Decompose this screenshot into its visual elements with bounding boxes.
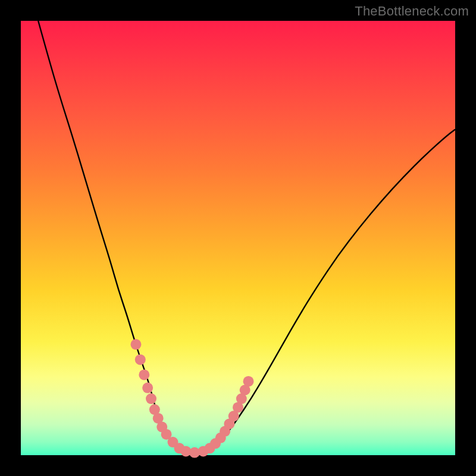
marker-point xyxy=(135,354,146,365)
marker-point xyxy=(139,369,149,380)
watermark-text: TheBottleneck.com xyxy=(355,4,469,19)
curve-svg xyxy=(21,21,455,455)
plot-area xyxy=(21,21,455,455)
marker-point xyxy=(146,393,156,404)
marker-point xyxy=(142,383,153,393)
marker-point xyxy=(243,376,254,387)
marker-group xyxy=(130,339,253,458)
chart-frame: TheBottleneck.com xyxy=(0,0,476,476)
marker-point xyxy=(130,339,141,350)
